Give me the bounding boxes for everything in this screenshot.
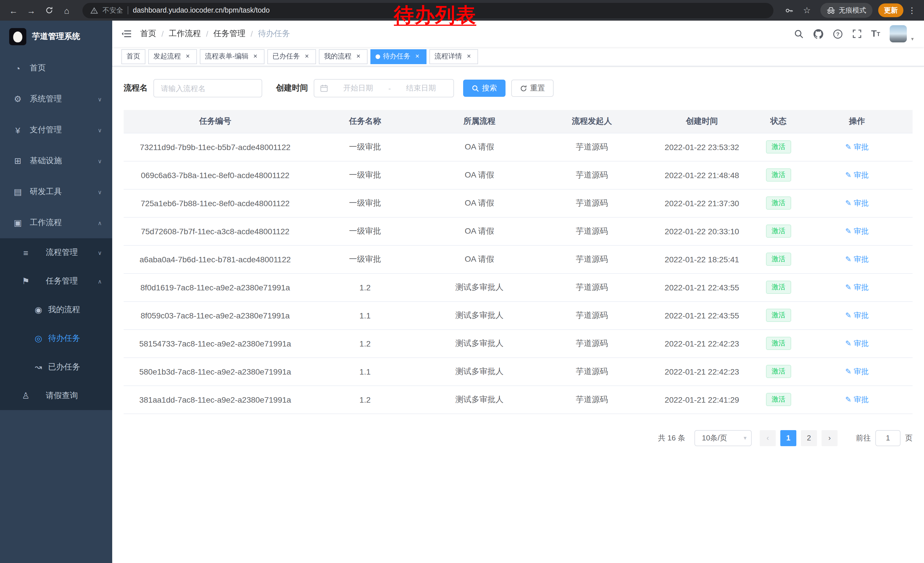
table-row: 381aa1dd-7ac8-11ec-a9e2-a2380e71991a1.2测… — [124, 386, 912, 413]
search-icon — [794, 29, 804, 39]
cell-created-time: 2022-01-21 22:41:29 — [648, 386, 756, 413]
sidebar-item-my-process[interactable]: ◉我的流程 — [0, 296, 112, 324]
table-row: 75d72608-7b7f-11ec-a3c8-acde48001122一级审批… — [124, 217, 912, 245]
tab-done-tasks[interactable]: 已办任务× — [267, 49, 316, 64]
tab-label: 已办任务 — [273, 51, 300, 61]
approve-link[interactable]: ✎审批 — [845, 394, 869, 405]
app-logo-row[interactable]: 芋道管理系统 — [0, 21, 112, 53]
cell-task-id: 725a1eb6-7b88-11ec-8ef0-acde48001122 — [124, 189, 307, 217]
browser-home-button[interactable]: ⌂ — [59, 3, 74, 18]
search-button[interactable] — [794, 29, 804, 39]
page-size-select[interactable]: 10条/页 ▾ — [694, 430, 752, 446]
approve-link[interactable]: ✎审批 — [845, 170, 869, 180]
table-row: 725a1eb6-7b88-11ec-8ef0-acde48001122一级审批… — [124, 189, 912, 217]
approve-link[interactable]: ✎审批 — [845, 198, 869, 208]
tab-todo-tasks[interactable]: 待办任务× — [370, 49, 426, 64]
close-icon[interactable]: × — [184, 53, 192, 60]
goto-label: 前往 — [856, 433, 871, 443]
reset-button[interactable]: 重置 — [511, 80, 554, 97]
goto-page-input[interactable] — [875, 430, 900, 446]
sidebar-item-payment[interactable]: ¥支付管理∨ — [0, 114, 112, 146]
avatar[interactable] — [890, 25, 907, 42]
sidebar-item-task-mgmt[interactable]: ⚑任务管理∧ — [0, 267, 112, 296]
chrome-update-button[interactable]: 更新 — [878, 3, 903, 17]
sidebar-item-workflow[interactable]: ▣工作流程∧ — [0, 207, 112, 238]
avatar-caret-down-icon[interactable]: ▾ — [911, 36, 914, 42]
tab-home[interactable]: 首页 — [122, 49, 146, 64]
app-logo — [9, 28, 26, 45]
approve-link[interactable]: ✎审批 — [845, 226, 869, 236]
cell-action: ✎审批 — [801, 217, 912, 245]
browser-menu-button[interactable]: ⋮ — [906, 6, 918, 15]
font-size-button[interactable]: TT — [871, 29, 880, 39]
breadcrumb-separator: / — [251, 29, 253, 38]
reload-icon — [45, 6, 53, 14]
tab-process-detail[interactable]: 流程详情× — [429, 49, 478, 64]
breadcrumb-item[interactable]: 任务管理 — [213, 29, 246, 39]
tab-form-edit[interactable]: 流程表单-编辑× — [200, 49, 264, 64]
date-range-picker[interactable]: 开始日期 - 结束日期 — [314, 79, 454, 98]
page-button-1[interactable]: 1 — [780, 430, 796, 446]
github-button[interactable] — [813, 29, 823, 39]
breadcrumb-separator: / — [162, 29, 164, 38]
sidebar-item-system[interactable]: ⚙系统管理∨ — [0, 84, 112, 114]
cell-task-id: 8f059c03-7ac8-11ec-a9e2-a2380e71991a — [124, 301, 307, 329]
sidebar-item-home[interactable]: ◔首页 — [0, 53, 112, 84]
tab-create-process[interactable]: 发起流程× — [148, 49, 197, 64]
cell-status: 激活 — [756, 189, 801, 217]
sidebar-item-done-tasks[interactable]: ↝已办任务 — [0, 353, 112, 381]
approve-link[interactable]: ✎审批 — [845, 338, 869, 348]
approve-link[interactable]: ✎审批 — [845, 366, 869, 377]
collapse-sidebar-button[interactable] — [122, 29, 132, 38]
browser-reload-button[interactable] — [41, 3, 57, 18]
cell-action: ✎审批 — [801, 245, 912, 273]
sidebar-item-leave-query[interactable]: ♙请假查询 — [0, 381, 112, 410]
search-submit-button[interactable]: 搜索 — [463, 80, 506, 97]
dashboard-icon: ◔ — [13, 63, 23, 73]
approve-link[interactable]: ✎审批 — [845, 282, 869, 293]
breadcrumb-item[interactable]: 工作流程 — [169, 29, 201, 39]
approve-link[interactable]: ✎审批 — [845, 310, 869, 320]
password-key-button[interactable] — [782, 3, 797, 18]
page-button-2[interactable]: 2 — [801, 430, 817, 446]
browser-forward-button[interactable]: → — [24, 3, 39, 18]
approve-link[interactable]: ✎审批 — [845, 142, 869, 152]
cell-action: ✎审批 — [801, 301, 912, 329]
prev-page-button[interactable]: ‹ — [760, 430, 776, 446]
close-icon[interactable]: × — [354, 53, 362, 60]
help-button[interactable]: ? — [833, 29, 842, 39]
close-icon[interactable]: × — [413, 53, 422, 60]
sidebar-item-process-mgmt[interactable]: ≡流程管理∨ — [0, 238, 112, 267]
breadcrumb-item[interactable]: 首页 — [140, 29, 156, 39]
bookmark-star-button[interactable]: ☆ — [799, 3, 814, 18]
close-icon[interactable]: × — [465, 53, 473, 60]
eye-icon: ◎ — [33, 333, 44, 344]
cell-created-time: 2022-01-21 22:42:23 — [648, 357, 756, 386]
sidebar-item-todo-tasks[interactable]: ◎待办任务 — [0, 324, 112, 353]
tab-label: 我的流程 — [324, 51, 351, 61]
table-body: 73211d9d-7b9b-11ec-b5b7-acde48001122一级审批… — [124, 133, 912, 413]
fullscreen-button[interactable] — [852, 29, 861, 38]
edit-icon: ✎ — [845, 283, 852, 291]
next-page-button[interactable]: › — [822, 430, 837, 446]
table-row: 58154733-7ac8-11ec-a9e2-a2380e71991a1.2测… — [124, 329, 912, 357]
close-icon[interactable]: × — [303, 53, 311, 60]
approve-link[interactable]: ✎审批 — [845, 254, 869, 264]
tab-label: 流程详情 — [435, 51, 462, 61]
process-name-input[interactable] — [153, 79, 262, 98]
cell-status: 激活 — [756, 329, 801, 357]
browser-back-button[interactable]: ← — [6, 3, 21, 18]
cell-initiator: 芋道源码 — [536, 161, 648, 189]
cell-created-time: 2022-01-22 21:37:30 — [648, 189, 756, 217]
address-separator — [128, 6, 128, 14]
sidebar-item-devtools[interactable]: ▤研发工具∨ — [0, 176, 112, 207]
tab-my-process[interactable]: 我的流程× — [319, 49, 368, 64]
breadcrumb-separator: / — [206, 29, 208, 38]
pager-pages: 12 — [780, 430, 817, 446]
close-icon[interactable]: × — [251, 53, 260, 60]
status-badge: 激活 — [766, 393, 791, 406]
status-badge: 激活 — [766, 309, 791, 322]
warning-icon — [90, 7, 98, 14]
table-row: 8f059c03-7ac8-11ec-a9e2-a2380e71991a1.1测… — [124, 301, 912, 329]
sidebar-item-infrastructure[interactable]: ⊞基础设施∨ — [0, 146, 112, 176]
